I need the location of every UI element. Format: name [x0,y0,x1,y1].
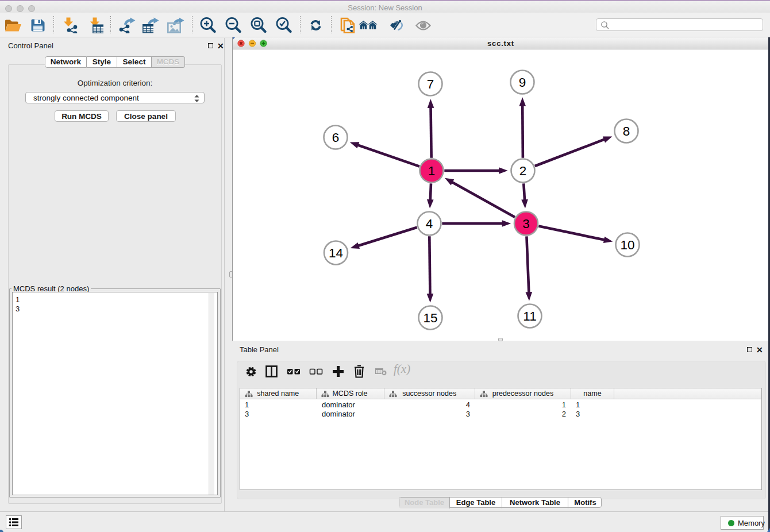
svg-text:1: 1 [428,164,436,178]
svg-text:14: 14 [329,246,343,260]
svg-text:6: 6 [332,130,340,145]
svg-text:3: 3 [522,217,530,231]
svg-text:7: 7 [427,77,434,91]
svg-text:9: 9 [519,75,526,90]
svg-text:15: 15 [423,311,437,325]
svg-text:11: 11 [523,309,536,323]
svg-text:4: 4 [426,217,433,231]
svg-text:10: 10 [620,238,634,252]
svg-text:2: 2 [519,164,527,178]
svg-text:8: 8 [623,124,630,138]
